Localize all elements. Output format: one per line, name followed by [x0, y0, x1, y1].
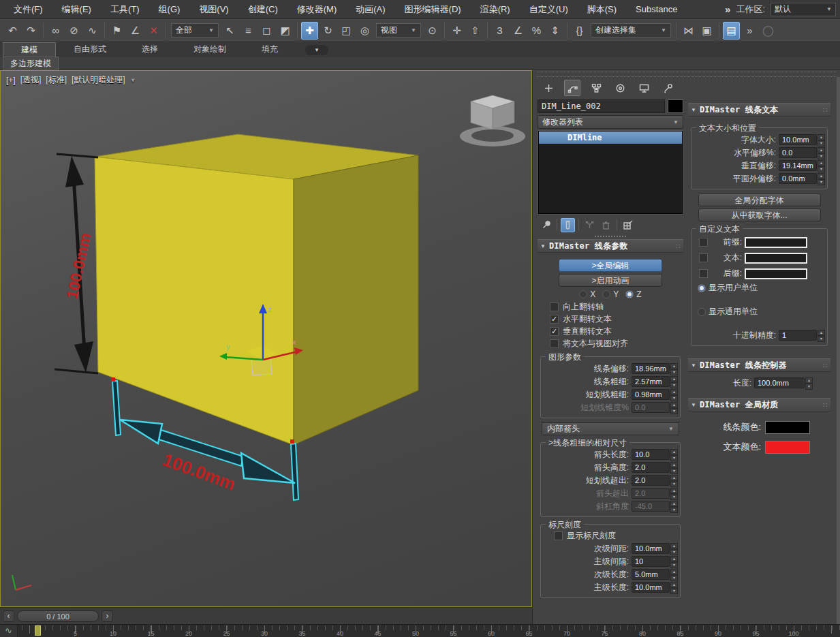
- text-input[interactable]: [745, 253, 807, 264]
- rollout-line-params-header[interactable]: ▼ DIMaster 线条参数 ∷: [538, 239, 683, 253]
- get-font-button[interactable]: 从中获取字体...: [698, 208, 821, 221]
- time-slider-handle[interactable]: [35, 625, 41, 636]
- ribbon-minimize-button[interactable]: ▾: [305, 45, 328, 55]
- param-value-field[interactable]: 10.0mm: [779, 134, 817, 145]
- spinner-buttons[interactable]: ▴▾: [818, 147, 825, 158]
- radio-button[interactable]: [698, 284, 706, 292]
- checkbox[interactable]: [699, 238, 708, 247]
- select-and-link-icon[interactable]: ∞: [47, 22, 64, 40]
- reference-coordinate-dropdown[interactable]: 视图▼: [376, 23, 421, 37]
- toolbar-overflow-icon[interactable]: »: [741, 22, 758, 40]
- mini-curve-editor-icon[interactable]: ∿: [0, 625, 18, 637]
- track-bar[interactable]: ∿ 05101520253035404550556065707580859095…: [0, 624, 840, 637]
- menu-item[interactable]: 修改器(M): [287, 0, 347, 18]
- select-and-scale-icon[interactable]: ◰: [338, 22, 355, 40]
- text-input[interactable]: [745, 237, 807, 248]
- param-value-field[interactable]: 10.0mm: [632, 543, 670, 554]
- radio-button[interactable]: [698, 308, 706, 316]
- checkbox[interactable]: [550, 302, 559, 311]
- assign-font-button[interactable]: 全局分配字体: [698, 193, 821, 206]
- time-slider[interactable]: 0 / 100: [17, 610, 99, 622]
- spinner-buttons[interactable]: ▴▾: [670, 462, 678, 473]
- line-color-swatch[interactable]: [765, 421, 810, 434]
- select-object-icon[interactable]: ↖: [221, 22, 238, 40]
- modify-tab-icon[interactable]: [564, 80, 580, 96]
- menu-item[interactable]: 视图(V): [189, 0, 238, 18]
- keyboard-override-icon[interactable]: ⇧: [467, 22, 484, 40]
- menu-item[interactable]: 渲染(R): [471, 0, 520, 18]
- spinner-buttons[interactable]: ▴▾: [670, 556, 678, 567]
- spinner-buttons[interactable]: ▴▾: [670, 376, 678, 387]
- pin-stack-icon[interactable]: [539, 218, 553, 232]
- global-edit-button[interactable]: >全局编辑: [559, 259, 662, 272]
- radio-button[interactable]: [625, 290, 634, 298]
- spinner-buttons[interactable]: ▴▾: [670, 543, 678, 554]
- cube-object[interactable]: [95, 134, 418, 445]
- bind-to-space-warp-icon[interactable]: ∿: [84, 22, 101, 40]
- radio-option[interactable]: Y: [602, 290, 619, 299]
- selection-filter-dropdown[interactable]: 全部▼: [171, 23, 219, 37]
- named-selection-sets-dropdown[interactable]: 创建选择集▼: [591, 23, 671, 37]
- menu-item[interactable]: Substance: [626, 0, 687, 18]
- text-input[interactable]: [745, 268, 807, 279]
- viewport-canvas[interactable]: 100.0mm 100.0mm: [1, 71, 531, 606]
- ribbon-tab-选择[interactable]: 选择: [124, 42, 176, 57]
- param-value-field[interactable]: 19.14mm: [779, 160, 817, 171]
- rollout-line-text-header[interactable]: ▼ DIMaster 线条文本 ∷: [688, 103, 830, 116]
- arrow-type-dropdown[interactable]: 内部箭头 ▼: [542, 422, 679, 435]
- spinner-buttons[interactable]: ▴▾: [670, 363, 678, 374]
- spinner-buttons[interactable]: ▴▾: [670, 475, 678, 486]
- spinner-snap-icon[interactable]: ⇕: [546, 22, 563, 40]
- create-tab-icon[interactable]: [540, 80, 557, 96]
- render-setup-icon[interactable]: ◯: [760, 22, 777, 40]
- length-value-field[interactable]: 100.0mm: [754, 377, 805, 388]
- select-and-rotate-icon[interactable]: ↻: [320, 22, 337, 40]
- checkbox[interactable]: [554, 531, 563, 540]
- workspace-dropdown[interactable]: 默认 ▼: [771, 3, 836, 16]
- param-value-field[interactable]: 10.0: [632, 449, 670, 460]
- dim-flag-tool-icon[interactable]: ⚑: [108, 22, 125, 40]
- redo-icon[interactable]: ↷: [22, 22, 40, 40]
- checkbox[interactable]: ✓: [550, 327, 559, 336]
- modifier-stack-item[interactable]: DIMline: [539, 131, 682, 144]
- window-crossing-icon[interactable]: ◩: [277, 22, 294, 40]
- utilities-tab-icon[interactable]: [659, 80, 676, 96]
- menu-item[interactable]: 编辑(E): [52, 0, 101, 18]
- modifier-list-dropdown[interactable]: 修改器列表 ▼: [538, 115, 683, 129]
- ribbon-tab-对象绘制[interactable]: 对象绘制: [176, 42, 244, 57]
- spinner-buttons[interactable]: ▴▾: [805, 377, 813, 388]
- viewport-label-segment[interactable]: [默认明暗处理]: [72, 74, 125, 86]
- menu-item[interactable]: 文件(F): [4, 0, 52, 18]
- mirror-icon[interactable]: ⋈: [680, 22, 697, 40]
- spinner-buttons[interactable]: ▴▾: [818, 173, 825, 184]
- make-unique-icon[interactable]: [582, 218, 597, 232]
- radio-button[interactable]: [602, 290, 610, 298]
- snap-3d-icon[interactable]: 3: [491, 22, 508, 40]
- viewport-label-segment[interactable]: [标准]: [46, 74, 67, 86]
- param-value-field[interactable]: 0.0mm: [779, 173, 817, 184]
- panel-scrollbar[interactable]: [837, 77, 840, 624]
- menu-item[interactable]: 组(G): [149, 0, 190, 18]
- precision-value-field[interactable]: 1: [779, 330, 817, 341]
- object-color-swatch[interactable]: [668, 99, 683, 113]
- use-pivot-center-icon[interactable]: ⊙: [424, 22, 441, 40]
- configure-modifier-sets-icon[interactable]: [621, 218, 635, 232]
- radio-button[interactable]: [579, 290, 587, 298]
- menu-item[interactable]: 工具(T): [101, 0, 149, 18]
- panel-drag-handle[interactable]: [537, 72, 836, 77]
- menu-item[interactable]: 脚本(S): [578, 0, 626, 18]
- next-frame-button[interactable]: ›: [102, 610, 113, 622]
- tab-polygon-modeling[interactable]: 多边形建模: [3, 57, 59, 71]
- radio-option[interactable]: 显示用户单位: [698, 282, 825, 294]
- radio-option[interactable]: X: [579, 290, 595, 299]
- viewport-label-segment[interactable]: [+]: [6, 76, 16, 85]
- viewport-label-segment[interactable]: [透视]: [20, 74, 42, 86]
- param-value-field[interactable]: 10.0mm: [632, 582, 670, 593]
- spinner-buttons[interactable]: ▴▾: [670, 582, 678, 593]
- prev-frame-button[interactable]: ‹: [3, 610, 14, 622]
- checkbox[interactable]: [550, 339, 559, 348]
- viewport-filter-icon[interactable]: ▼: [130, 77, 136, 84]
- enable-animation-button[interactable]: >启用动画: [559, 274, 662, 287]
- select-by-name-icon[interactable]: ≡: [240, 22, 257, 40]
- menu-item[interactable]: 图形编辑器(D): [395, 0, 471, 18]
